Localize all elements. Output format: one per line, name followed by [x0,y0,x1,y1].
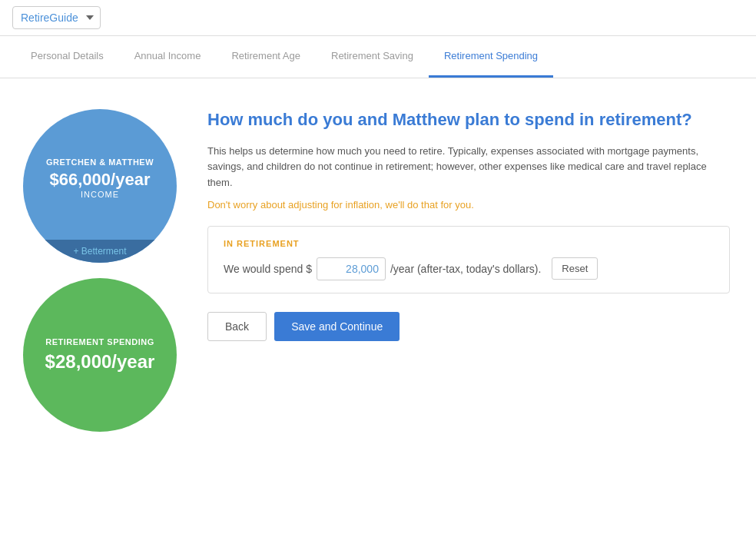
spending-circle: RETIREMENT SPENDING $28,000/year [23,278,177,432]
back-button[interactable]: Back [207,312,267,341]
spending-circle-amount: $28,000/year [45,351,155,373]
reset-button[interactable]: Reset [552,257,598,280]
pre-input-text: We would spend $ [224,263,312,275]
income-amount: $66,000/year [50,170,151,190]
main-content: GRETCHEN & MATTHEW $66,000/year INCOME +… [0,78,753,462]
description-main: This helps us determine how much you nee… [207,144,730,191]
betterment-label[interactable]: + Betterment [23,240,177,263]
description-inflation: Don't worry about adjusting for inflatio… [207,199,730,211]
income-circle: GRETCHEN & MATTHEW $66,000/year INCOME +… [23,109,177,263]
income-top: GRETCHEN & MATTHEW $66,000/year INCOME [46,157,154,214]
save-continue-button[interactable]: Save and Continue [274,312,400,341]
in-retirement-box: IN RETIREMENT We would spend $ /year (af… [207,226,730,293]
spending-input[interactable] [317,257,386,280]
couple-names: GRETCHEN & MATTHEW [46,157,154,167]
tab-personal-details[interactable]: Personal Details [15,36,119,78]
spending-input-row: We would spend $ /year (after-tax, today… [224,257,714,280]
tab-retirement-age[interactable]: Retirement Age [216,36,316,78]
nav-tabs: Personal Details Annual Income Retiremen… [0,36,756,78]
post-input-text: /year (after-tax, today's dollars). [390,263,541,275]
in-retirement-label: IN RETIREMENT [224,239,714,248]
content-column: How much do you and Matthew plan to spen… [207,109,730,432]
tab-retirement-saving[interactable]: Retirement Saving [316,36,429,78]
tab-retirement-spending[interactable]: Retirement Spending [429,36,553,78]
income-label: INCOME [81,190,119,199]
page-heading: How much do you and Matthew plan to spen… [207,109,730,131]
app-header: RetireGuide [0,0,756,36]
spending-circle-label: RETIREMENT SPENDING [45,337,154,346]
circles-column: GRETCHEN & MATTHEW $66,000/year INCOME +… [23,109,177,432]
tab-annual-income[interactable]: Annual Income [119,36,217,78]
action-buttons: Back Save and Continue [207,312,730,341]
brand-select[interactable]: RetireGuide [12,6,101,29]
